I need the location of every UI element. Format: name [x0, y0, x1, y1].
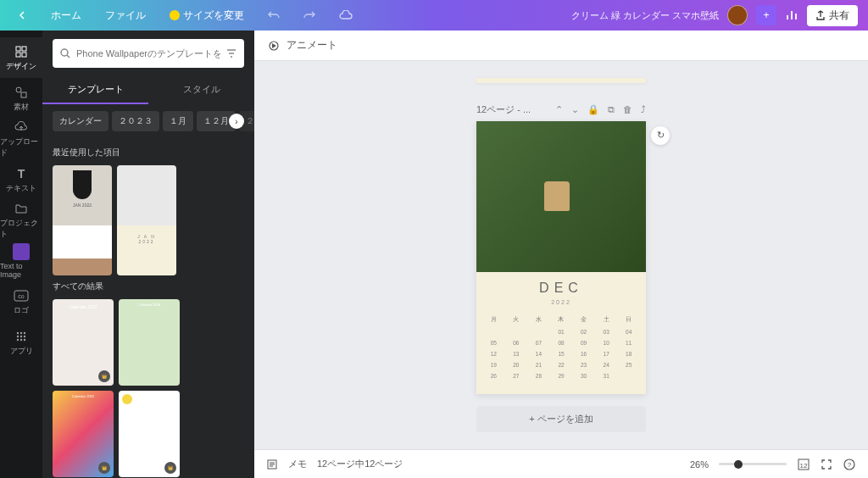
- zoom-value[interactable]: 26%: [690, 459, 709, 470]
- notes-button[interactable]: メモ: [288, 458, 307, 470]
- analytics-icon[interactable]: [785, 8, 798, 22]
- page-up-icon[interactable]: ⌃: [555, 104, 563, 115]
- svg-point-10: [24, 331, 25, 333]
- svg-point-4: [16, 87, 21, 92]
- premium-icon: 👑: [164, 462, 176, 474]
- tab-styles[interactable]: スタイル: [148, 76, 254, 104]
- template-thumb[interactable]: JAN 2022: [53, 165, 112, 275]
- add-page-button[interactable]: + ページを追加: [476, 406, 646, 432]
- lock-icon[interactable]: 🔒: [587, 104, 599, 115]
- chip-2023[interactable]: ２０２３: [112, 111, 159, 131]
- rail-logo[interactable]: coロゴ: [0, 281, 42, 322]
- svg-rect-2: [16, 53, 20, 57]
- svg-point-14: [17, 338, 19, 340]
- help-icon[interactable]: ?: [843, 458, 856, 471]
- page-label[interactable]: 12ページ - ...: [476, 103, 531, 116]
- svg-rect-3: [22, 53, 26, 57]
- add-member-button[interactable]: +: [756, 5, 776, 25]
- svg-point-16: [24, 338, 25, 340]
- svg-rect-0: [16, 47, 20, 51]
- tab-templates[interactable]: テンプレート: [42, 76, 148, 104]
- svg-rect-5: [21, 92, 26, 97]
- svg-point-12: [20, 335, 22, 336]
- template-thumb[interactable]: Calendar 2022👑: [53, 299, 114, 386]
- svg-text:12: 12: [800, 462, 808, 470]
- rail-apps[interactable]: アプリ: [0, 322, 42, 363]
- page-down-icon[interactable]: ⌄: [571, 104, 579, 115]
- svg-point-15: [20, 338, 22, 340]
- chip-scroll-right[interactable]: ›: [229, 114, 244, 129]
- svg-point-11: [17, 335, 19, 336]
- svg-point-8: [17, 331, 19, 333]
- recent-title: 最近使用した項目: [53, 147, 244, 158]
- chip-jan[interactable]: １月: [163, 111, 193, 131]
- refresh-icon[interactable]: ↻: [651, 126, 670, 145]
- rail-design[interactable]: デザイン: [0, 37, 42, 78]
- resize-button[interactable]: サイズを変更: [161, 5, 253, 26]
- svg-point-17: [61, 49, 68, 56]
- animate-icon: [268, 40, 280, 52]
- grid-view-icon[interactable]: 12: [797, 458, 810, 471]
- redo-button[interactable]: [295, 7, 324, 24]
- template-thumb[interactable]: Calendar 2018: [119, 299, 180, 386]
- file-menu[interactable]: ファイル: [97, 5, 154, 26]
- duplicate-icon[interactable]: ⧉: [608, 104, 615, 115]
- rail-text[interactable]: Tテキスト: [0, 159, 42, 200]
- rail-uploads[interactable]: アップロード: [0, 119, 42, 159]
- template-thumb[interactable]: CALENDAR 2022👑: [119, 391, 180, 477]
- avatar[interactable]: [727, 5, 748, 25]
- canvas-page[interactable]: ↻ DEC 2022 月火水木金土日0102030405060708091011…: [476, 121, 646, 394]
- rail-projects[interactable]: プロジェクト: [0, 200, 42, 241]
- notes-icon: [266, 459, 278, 470]
- svg-point-13: [24, 335, 25, 336]
- chip-calendar[interactable]: カレンダー: [53, 111, 108, 131]
- doc-title[interactable]: クリーム 緑 カレンダー スマホ壁紙: [571, 9, 719, 22]
- crown-icon: [170, 10, 180, 20]
- svg-rect-1: [22, 47, 26, 51]
- svg-text:?: ?: [848, 461, 852, 469]
- add-page-icon[interactable]: ⤴: [641, 104, 646, 115]
- rail-text-to-image[interactable]: Text to Image: [0, 241, 42, 281]
- template-thumb[interactable]: Calendar 2022👑: [53, 391, 114, 477]
- svg-point-9: [20, 331, 22, 333]
- cloud-sync-icon[interactable]: [331, 7, 361, 24]
- page-image[interactable]: [476, 121, 646, 272]
- svg-text:co: co: [18, 293, 25, 299]
- search-input[interactable]: [76, 48, 220, 58]
- undo-button[interactable]: [259, 7, 288, 24]
- home-button[interactable]: ホーム: [42, 5, 90, 26]
- delete-icon[interactable]: 🗑: [623, 104, 632, 115]
- fullscreen-icon[interactable]: [821, 459, 832, 470]
- share-button[interactable]: 共有: [807, 5, 858, 26]
- zoom-slider[interactable]: [719, 463, 787, 465]
- calendar-month: DEC: [476, 272, 646, 299]
- premium-icon: 👑: [98, 462, 110, 474]
- back-button[interactable]: [10, 8, 36, 23]
- all-results-title: すべての結果: [53, 281, 244, 292]
- premium-icon: 👑: [98, 370, 110, 382]
- filter-icon[interactable]: [225, 47, 237, 59]
- rail-elements[interactable]: 素材: [0, 78, 42, 119]
- template-thumb[interactable]: J A N2022: [117, 165, 176, 275]
- animate-button[interactable]: アニメート: [287, 38, 337, 53]
- search-icon: [59, 47, 71, 59]
- page-count: 12ページ中12ページ: [317, 458, 403, 470]
- search-input-wrapper: [53, 39, 244, 68]
- calendar-year: 2022: [476, 299, 646, 305]
